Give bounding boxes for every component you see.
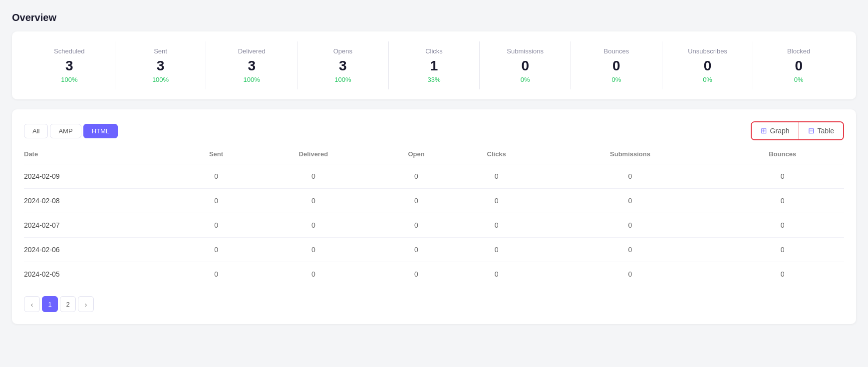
cell-0-2: 0	[248, 164, 379, 189]
table-button[interactable]: ⊟ Table	[799, 122, 843, 139]
cell-4-3: 0	[379, 262, 453, 287]
stat-value-submissions: 0	[521, 59, 529, 73]
tab-amp[interactable]: AMP	[50, 124, 81, 138]
th-date: Date	[24, 150, 185, 164]
cell-4-5: 0	[540, 262, 721, 287]
stat-value-unsubscribes: 0	[704, 59, 712, 73]
table-row: 2024-02-08000000	[24, 189, 844, 213]
graph-button[interactable]: ⊞ Graph	[752, 122, 799, 139]
cell-2-0: 2024-02-07	[24, 213, 185, 238]
table-row: 2024-02-09000000	[24, 164, 844, 189]
cell-0-0: 2024-02-09	[24, 164, 185, 189]
th-submissions: Submissions	[540, 150, 721, 164]
stat-label-bounces: Bounces	[604, 47, 629, 55]
th-open: Open	[379, 150, 453, 164]
stat-pct-sent: 100%	[152, 76, 169, 83]
tab-all[interactable]: All	[24, 124, 48, 138]
page-title: Overview	[12, 12, 856, 23]
stat-pct-unsubscribes: 0%	[703, 76, 712, 83]
cell-3-4: 0	[454, 238, 540, 262]
page-btn-2[interactable]: 2	[60, 296, 76, 312]
stat-pct-scheduled: 100%	[61, 76, 77, 83]
th-clicks: Clicks	[454, 150, 540, 164]
tab-html[interactable]: HTML	[83, 124, 118, 138]
cell-0-4: 0	[454, 164, 540, 189]
stat-pct-opens: 100%	[334, 76, 351, 83]
stat-value-sent: 3	[157, 59, 165, 73]
stat-label-delivered: Delivered	[238, 47, 266, 55]
cell-1-2: 0	[248, 189, 379, 213]
stat-item-sent: Sent 3 100%	[115, 41, 207, 89]
table-row: 2024-02-06000000	[24, 238, 844, 262]
stat-value-delivered: 3	[248, 59, 256, 73]
cell-4-2: 0	[248, 262, 379, 287]
tab-group: AllAMPHTML	[24, 124, 118, 138]
cell-2-2: 0	[248, 213, 379, 238]
cell-1-1: 0	[185, 189, 248, 213]
cell-3-6: 0	[721, 238, 844, 262]
cell-4-1: 0	[185, 262, 248, 287]
stat-pct-blocked: 0%	[794, 76, 804, 83]
table-label: Table	[818, 127, 834, 135]
stat-item-blocked: Blocked 0 0%	[753, 41, 844, 89]
table-icon: ⊟	[808, 126, 815, 135]
cell-4-0: 2024-02-05	[24, 262, 185, 287]
cell-3-0: 2024-02-06	[24, 238, 185, 262]
cell-3-3: 0	[379, 238, 453, 262]
th-delivered: Delivered	[248, 150, 379, 164]
stat-item-scheduled: Scheduled 3 100%	[24, 41, 115, 89]
stat-pct-submissions: 0%	[521, 76, 530, 83]
cell-1-4: 0	[454, 189, 540, 213]
stat-item-delivered: Delivered 3 100%	[206, 41, 297, 89]
view-toggle: ⊞ Graph ⊟ Table	[751, 121, 844, 140]
graph-label: Graph	[770, 127, 790, 135]
cell-0-6: 0	[721, 164, 844, 189]
table-head: DateSentDeliveredOpenClicksSubmissionsBo…	[24, 150, 844, 164]
main-card: AllAMPHTML ⊞ Graph ⊟ Table DateSentDeliv…	[12, 109, 856, 324]
cell-3-2: 0	[248, 238, 379, 262]
stat-value-scheduled: 3	[65, 59, 73, 73]
th-bounces: Bounces	[721, 150, 844, 164]
cell-0-1: 0	[185, 164, 248, 189]
stat-item-bounces: Bounces 0 0%	[571, 41, 662, 89]
cell-2-5: 0	[540, 213, 721, 238]
pagination-next[interactable]: ›	[78, 296, 94, 312]
cell-2-3: 0	[379, 213, 453, 238]
stat-pct-bounces: 0%	[611, 76, 621, 83]
table-row: 2024-02-05000000	[24, 262, 844, 287]
stat-label-scheduled: Scheduled	[54, 47, 84, 55]
cell-4-4: 0	[454, 262, 540, 287]
stat-item-submissions: Submissions 0 0%	[480, 41, 571, 89]
cell-0-5: 0	[540, 164, 721, 189]
graph-icon: ⊞	[761, 126, 767, 135]
cell-0-3: 0	[379, 164, 453, 189]
cell-4-6: 0	[721, 262, 844, 287]
stat-value-blocked: 0	[795, 59, 803, 73]
table-body: 2024-02-090000002024-02-080000002024-02-…	[24, 164, 844, 287]
cell-1-5: 0	[540, 189, 721, 213]
cell-2-1: 0	[185, 213, 248, 238]
stat-label-unsubscribes: Unsubscribes	[688, 47, 727, 55]
stat-label-clicks: Clicks	[425, 47, 443, 55]
stats-card: Scheduled 3 100% Sent 3 100% Delivered 3…	[12, 31, 856, 99]
stat-pct-clicks: 33%	[428, 76, 441, 83]
card-header: AllAMPHTML ⊞ Graph ⊟ Table	[24, 121, 844, 140]
table-row: 2024-02-07000000	[24, 213, 844, 238]
pagination-prev[interactable]: ‹	[24, 296, 40, 312]
cell-2-6: 0	[721, 213, 844, 238]
cell-1-6: 0	[721, 189, 844, 213]
pagination: ‹12›	[24, 296, 844, 312]
stat-value-clicks: 1	[430, 59, 438, 73]
cell-1-3: 0	[379, 189, 453, 213]
stat-label-sent: Sent	[154, 47, 167, 55]
stat-pct-delivered: 100%	[244, 76, 260, 83]
stat-label-opens: Opens	[333, 47, 352, 55]
th-sent: Sent	[185, 150, 248, 164]
data-table: DateSentDeliveredOpenClicksSubmissionsBo…	[24, 150, 844, 286]
cell-1-0: 2024-02-08	[24, 189, 185, 213]
stat-label-blocked: Blocked	[787, 47, 810, 55]
stat-item-clicks: Clicks 1 33%	[389, 41, 480, 89]
table-header-row: DateSentDeliveredOpenClicksSubmissionsBo…	[24, 150, 844, 164]
cell-3-5: 0	[540, 238, 721, 262]
page-btn-1[interactable]: 1	[42, 296, 58, 312]
